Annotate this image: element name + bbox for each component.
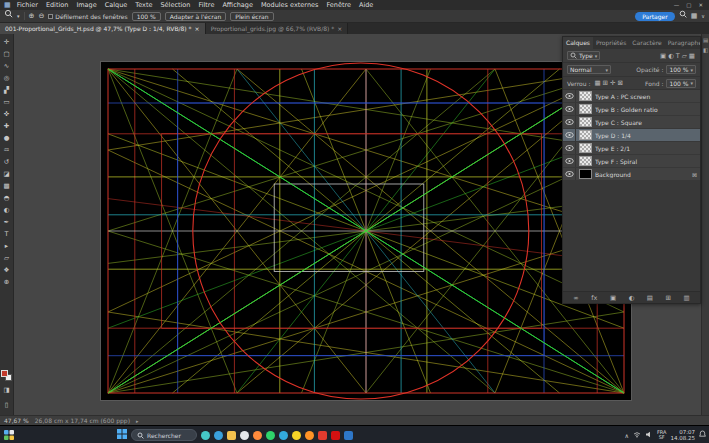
fit-screen-button[interactable]: Adapter à l'écran xyxy=(165,12,227,21)
yellow-app-icon[interactable] xyxy=(292,431,301,440)
menu-texte[interactable]: Texte xyxy=(131,0,156,10)
dodge-tool[interactable]: ◐ xyxy=(4,204,10,216)
menu-fichier[interactable]: Fichier xyxy=(13,0,42,10)
screen-mode-icon[interactable]: ▯ xyxy=(5,399,9,411)
menu-affichage[interactable]: Affichage xyxy=(218,0,257,10)
layer-effects-icon[interactable]: fx xyxy=(591,294,597,302)
start-button[interactable] xyxy=(117,429,127,441)
blur-tool[interactable]: ◓ xyxy=(4,192,10,204)
layer-row[interactable]: Type D : 1/4 xyxy=(563,129,700,142)
layer-thumbnail[interactable] xyxy=(579,104,592,114)
menu-calque[interactable]: Calque xyxy=(101,0,132,10)
whatsapp-icon[interactable] xyxy=(266,431,275,440)
layer-thumbnail[interactable] xyxy=(579,169,592,179)
zoom-tool[interactable]: ⊕ xyxy=(4,276,9,288)
link-layers-icon[interactable]: ∞ xyxy=(573,294,578,302)
layer-row[interactable]: Type C : Square xyxy=(563,116,700,129)
photoshop-icon[interactable] xyxy=(344,431,353,440)
frame-tool[interactable]: ▭ xyxy=(3,96,9,108)
lasso-tool[interactable]: ∿ xyxy=(4,60,9,72)
minimize-icon[interactable]: — xyxy=(674,2,680,8)
layer-row[interactable]: Background⊠ xyxy=(563,168,700,181)
menu-aide[interactable]: Aide xyxy=(355,0,377,10)
pen-tool[interactable]: ✒ xyxy=(4,216,9,228)
healing-brush-tool[interactable]: ✚ xyxy=(4,120,9,132)
fill-input[interactable]: 100 % ▾ xyxy=(666,79,696,88)
file-explorer-icon[interactable] xyxy=(227,431,236,440)
edge-icon[interactable] xyxy=(214,431,223,440)
visibility-eye-icon[interactable] xyxy=(563,168,576,180)
crop-tool[interactable]: ▞ xyxy=(4,84,9,96)
adobe-cc-icon[interactable] xyxy=(331,431,340,440)
visibility-eye-icon[interactable] xyxy=(563,103,576,115)
new-layer-icon[interactable]: ⊞ xyxy=(666,294,671,302)
visibility-eye-icon[interactable] xyxy=(563,90,576,102)
object-selection-tool[interactable]: ◎ xyxy=(4,72,10,84)
layer-group-icon[interactable]: ▤ xyxy=(647,294,653,302)
firefox-icon[interactable] xyxy=(253,431,262,440)
status-caret-icon[interactable]: ▸ xyxy=(136,418,139,424)
copilot-icon[interactable] xyxy=(201,431,210,440)
search-icon[interactable] xyxy=(679,10,687,23)
layer-row[interactable]: Type B : Golden ratio xyxy=(563,103,700,116)
marquee-tool[interactable]: ▢ xyxy=(3,48,9,60)
tool-preset-caret-icon[interactable]: ▾ xyxy=(17,10,20,23)
artboard[interactable] xyxy=(101,62,631,400)
zoom-in-icon[interactable]: ⊕ xyxy=(29,10,35,23)
visibility-eye-icon[interactable] xyxy=(563,129,576,141)
tab-paragraphe[interactable]: Paragraphe xyxy=(665,37,700,49)
full-screen-button[interactable]: Plein écran xyxy=(230,12,273,21)
filter-pixel-layers-icon[interactable]: ▣ xyxy=(660,52,666,60)
opacity-input[interactable]: 100 % ▾ xyxy=(666,65,696,74)
tab-calques[interactable]: Calques xyxy=(563,37,593,49)
layer-row[interactable]: Type F : Spiral xyxy=(563,155,700,168)
checkbox-box[interactable] xyxy=(48,14,53,19)
widgets-icon[interactable] xyxy=(4,430,14,442)
chevron-down-icon[interactable]: ∨ xyxy=(701,10,705,23)
visibility-eye-icon[interactable] xyxy=(563,155,576,167)
tray-chevron-icon[interactable]: ∧ xyxy=(625,432,629,439)
menu-edition[interactable]: Edition xyxy=(42,0,73,10)
workspace-icon[interactable]: ▦ xyxy=(691,10,698,23)
visibility-eye-icon[interactable] xyxy=(563,142,576,154)
menu-image[interactable]: Image xyxy=(72,0,100,10)
clone-stamp-tool[interactable]: ♒ xyxy=(4,144,10,156)
volume-icon[interactable] xyxy=(645,431,653,440)
lock-transparency-icon[interactable]: ▦ xyxy=(594,79,600,87)
lock-all-icon[interactable]: ⊠ xyxy=(618,79,623,87)
scroll-windows-checkbox[interactable]: Défilement des fenêtres xyxy=(48,13,127,20)
history-brush-tool[interactable]: ↺ xyxy=(4,156,9,168)
notification-bell-icon[interactable] xyxy=(699,430,706,440)
shape-tool[interactable]: ▱ xyxy=(4,252,9,264)
delete-layer-icon[interactable]: ▥ xyxy=(684,294,690,302)
close-tab-icon[interactable]: × xyxy=(195,25,200,32)
visibility-eye-icon[interactable] xyxy=(563,116,576,128)
lock-pixels-icon[interactable]: ⊞ xyxy=(603,79,608,87)
move-tool[interactable]: ✛ xyxy=(4,36,9,48)
dock-panel-icon[interactable]: ▤ xyxy=(703,37,708,43)
telegram-icon[interactable] xyxy=(279,431,288,440)
eraser-tool[interactable]: ◪ xyxy=(3,168,9,180)
filter-smart-objects-icon[interactable]: ▦ xyxy=(689,52,695,60)
language-indicator[interactable]: FRA SF xyxy=(657,430,667,441)
chrome-icon[interactable] xyxy=(240,431,249,440)
document-tab-active[interactable]: 001-Proportional_Grids_H.psd @ 47,7% (Ty… xyxy=(0,23,206,34)
taskbar-search[interactable]: Rechercher xyxy=(131,429,197,441)
menu-selection[interactable]: Sélection xyxy=(156,0,194,10)
layer-thumbnail[interactable] xyxy=(579,156,592,166)
lock-position-icon[interactable]: ✛ xyxy=(610,79,615,87)
layer-row[interactable]: Type E : 2/1 xyxy=(563,142,700,155)
dock-panel-icon[interactable]: ◧ xyxy=(703,47,708,53)
menu-fenetre[interactable]: Fenêtre xyxy=(322,0,355,10)
layer-thumbnail[interactable] xyxy=(579,117,592,127)
filter-type-layers-icon[interactable]: T xyxy=(676,52,680,60)
layer-row[interactable]: Type A : PC screen xyxy=(563,90,700,103)
document-tab-inactive[interactable]: Proportional_grids.jpg @ 66,7% (RVB/8) *… xyxy=(206,23,349,34)
layer-mask-icon[interactable]: ▣ xyxy=(610,294,616,302)
foreground-color-swatch[interactable] xyxy=(1,370,8,377)
color-swatches[interactable] xyxy=(1,370,12,381)
gradient-tool[interactable]: ▩ xyxy=(3,180,9,192)
brush-tool[interactable]: ● xyxy=(4,132,10,144)
tab-proprietes[interactable]: Propriétés xyxy=(593,37,629,49)
menu-filtre[interactable]: Filtre xyxy=(194,0,218,10)
